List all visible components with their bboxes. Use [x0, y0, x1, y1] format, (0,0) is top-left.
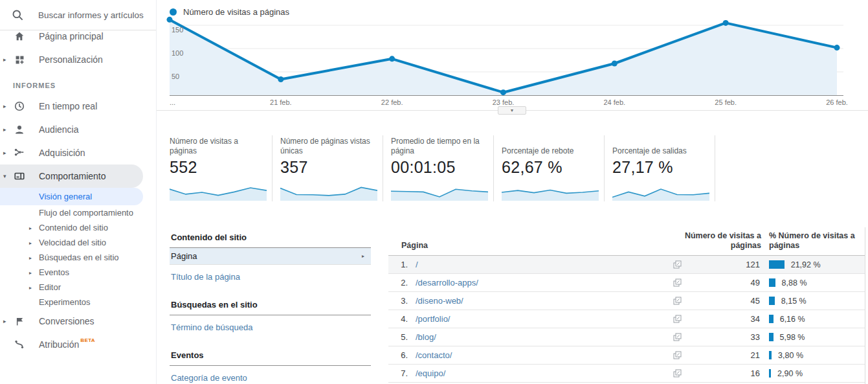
pages-table: Página Número de visitas a páginas % Núm…: [388, 227, 865, 384]
sidebar-item-pagina-principal[interactable]: Página principal: [0, 30, 156, 48]
page-link[interactable]: /: [416, 260, 418, 269]
search-input[interactable]: [38, 10, 148, 20]
column-header-pct-visitas[interactable]: % Número de visitas a páginas: [761, 231, 865, 251]
beta-badge: BETA: [80, 337, 95, 343]
row-rank: 4.: [388, 314, 408, 324]
metric-card-label: Promedio de tiempo en la página: [391, 135, 488, 156]
page-link[interactable]: /blog/: [416, 332, 436, 342]
metric-card-value: 552: [170, 158, 267, 177]
sidebar-subitem-experimentos[interactable]: Experimentos: [0, 295, 156, 310]
sidebar-item-conversiones[interactable]: ▸ Conversiones: [0, 310, 156, 333]
sidebar-item-audiencia[interactable]: ▸ Audiencia: [0, 118, 156, 141]
column-header-pagina[interactable]: Página: [388, 241, 664, 251]
caret-right-icon: ▸: [3, 150, 6, 156]
open-page-icon[interactable]: [664, 315, 690, 323]
metric-card-4[interactable]: Porcentaje de rebote62,67 %: [502, 135, 605, 201]
metric-card-1[interactable]: Número de visitas a páginas552: [170, 135, 273, 201]
y-axis-tick: 50: [172, 73, 179, 80]
panel-item-selected[interactable]: Página▸: [170, 248, 371, 265]
caret-right-icon: ▸: [362, 253, 364, 259]
flag-icon: [13, 315, 26, 328]
sidebar-subitem-eventos[interactable]: ▸ Eventos: [0, 265, 156, 280]
sidebar-item-adquisicion[interactable]: ▸ Adquisición: [0, 141, 156, 164]
visits-value: 16: [690, 368, 761, 378]
sidebar-item-label: Comportamiento: [39, 171, 106, 181]
sidebar-subitem-contenido[interactable]: ▸ Contenido del sitio: [0, 220, 156, 235]
table-row: 3./diseno-web/458,15 %: [388, 292, 865, 310]
row-rank: 5.: [388, 332, 408, 342]
open-page-icon[interactable]: [664, 369, 690, 378]
pct-value: 8,15 %: [781, 297, 807, 306]
panel-item-link[interactable]: Término de búsqueda: [170, 315, 371, 339]
metric-cards: Número de visitas a páginas552Número de …: [170, 135, 868, 201]
caret-right-icon: ▸: [3, 56, 6, 63]
page-cell: 3./diseno-web/: [388, 296, 664, 306]
caret-right-icon: ▸: [29, 223, 32, 232]
pct-cell: 6,16 %: [761, 315, 865, 324]
pct-cell: 5,98 %: [761, 333, 865, 342]
page-cell: 5./blog/: [388, 332, 664, 342]
visits-value: 45: [690, 296, 761, 306]
open-page-icon[interactable]: [664, 351, 690, 359]
pct-value: 8,88 %: [782, 278, 807, 288]
metric-card-5[interactable]: Porcentaje de salidas27,17 %: [612, 135, 715, 201]
sidebar-nav: Página principal ▸ Personalización INFOR…: [0, 30, 156, 384]
y-axis-tick: 100: [172, 49, 183, 57]
sidebar-item-personalizacion[interactable]: ▸ Personalización: [0, 48, 156, 71]
page-link[interactable]: /diseno-web/: [416, 296, 463, 306]
panel-item-link[interactable]: Título de la página: [170, 265, 371, 288]
caret-right-icon: ▸: [3, 318, 6, 324]
table-row: 2./desarrollo-apps/498,88 %: [388, 274, 865, 292]
pct-bar: [769, 369, 771, 378]
pct-bar: [769, 260, 785, 269]
x-axis-tick: ...: [170, 98, 175, 106]
page-link[interactable]: /equipo/: [416, 368, 445, 378]
visits-value: 34: [690, 314, 761, 324]
sidebar-subitem-velocidad[interactable]: ▸ Velocidad del sitio: [0, 235, 156, 250]
x-axis-tick: 21 feb.: [270, 98, 292, 106]
page-link[interactable]: /portfolio/: [416, 314, 450, 324]
sidebar-item-label: En tiempo real: [39, 101, 97, 111]
sidebar-subitem-label: Eventos: [39, 267, 69, 277]
open-page-icon[interactable]: [664, 260, 690, 269]
metric-card-3[interactable]: Promedio de tiempo en la página00:01:05: [391, 135, 494, 201]
collapse-chart-button[interactable]: ▼: [498, 106, 526, 115]
x-axis-tick: 23 feb.: [493, 98, 515, 106]
page-link[interactable]: /contacto/: [416, 350, 452, 360]
open-page-icon[interactable]: [664, 297, 690, 305]
line-chart-svg: [170, 18, 843, 96]
sidebar-subitem-busquedas[interactable]: ▸ Búsquedas en el sitio: [0, 250, 156, 265]
sidebar-item-label: Adquisición: [39, 148, 85, 158]
panel-section-header: Búsquedas en el sitio: [170, 295, 371, 315]
sidebar-subitem-flujo[interactable]: Flujo del comportamiento: [0, 205, 156, 220]
metric-card-value: 27,17 %: [612, 158, 709, 177]
page-link[interactable]: /desarrollo-apps/: [416, 278, 478, 288]
x-axis-tick: 24 feb.: [603, 98, 625, 106]
panel-section: Búsquedas en el sitioTérmino de búsqueda: [170, 295, 371, 339]
panel-item-link[interactable]: Categoría de evento: [170, 366, 371, 384]
sidebar-item-label: Audiencia: [39, 124, 79, 135]
acquisition-icon: [13, 146, 26, 159]
open-page-icon[interactable]: [664, 278, 690, 287]
sidebar-item-comportamiento[interactable]: ▾ Comportamiento: [0, 164, 143, 188]
row-rank: 7.: [388, 368, 408, 378]
sidebar: Página principal ▸ Personalización INFOR…: [0, 0, 157, 384]
pct-value: 5,98 %: [780, 333, 805, 342]
metric-card-2[interactable]: Número de páginas vistas únicas357: [280, 135, 383, 201]
pct-value: 3,80 %: [778, 351, 803, 360]
page-cell: 4./portfolio/: [388, 314, 664, 324]
visits-value: 49: [690, 278, 761, 288]
sidebar-item-en-tiempo-real[interactable]: ▸ En tiempo real: [0, 95, 156, 118]
search-bar[interactable]: [0, 0, 156, 30]
sidebar-subitem-editor[interactable]: ▸ Editor: [0, 280, 156, 295]
sidebar-subitem-vision-general[interactable]: Visión general: [0, 188, 143, 205]
sidebar-item-atribucion[interactable]: AtribuciónBETA: [0, 333, 156, 356]
row-rank: 3.: [388, 296, 408, 306]
metric-sparkline: [391, 178, 488, 201]
column-header-visitas[interactable]: Número de visitas a páginas: [664, 231, 761, 251]
open-page-icon[interactable]: [664, 333, 690, 341]
caret-down-icon: ▾: [3, 173, 6, 179]
main-content: Número de visitas a páginas 50100150 ...…: [157, 0, 868, 384]
attribution-icon: [13, 338, 26, 351]
y-axis-tick: 150: [172, 26, 183, 34]
